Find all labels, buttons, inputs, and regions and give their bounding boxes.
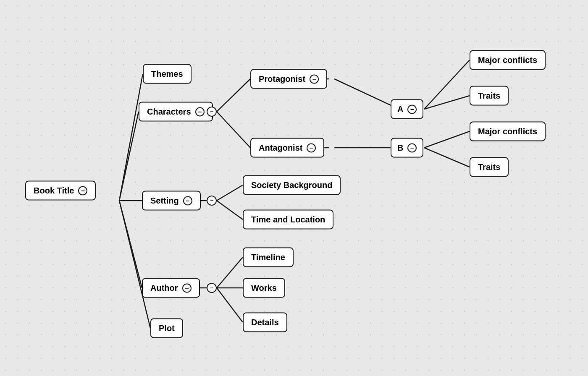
svg-line-7 xyxy=(217,112,250,148)
time-and-location-label: Time and Location xyxy=(251,215,325,225)
details-node[interactable]: Details xyxy=(243,313,287,332)
svg-line-13 xyxy=(424,60,470,109)
works-node[interactable]: Works xyxy=(243,278,285,298)
svg-line-17 xyxy=(424,148,470,167)
timeline-node[interactable]: Timeline xyxy=(243,248,294,267)
traits-2-label: Traits xyxy=(478,162,500,172)
setting-collapse-button[interactable]: − xyxy=(183,196,192,205)
protagonist-node[interactable]: Protagonist − xyxy=(250,69,327,89)
traits-1-node[interactable]: Traits xyxy=(470,86,509,106)
major-conflicts-1-node[interactable]: Major conflicts xyxy=(470,50,546,70)
node-a-label: A xyxy=(397,104,403,114)
society-background-label: Society Background xyxy=(251,180,332,190)
works-label: Works xyxy=(251,283,277,293)
antagonist-node[interactable]: Antagonist − xyxy=(250,138,324,158)
mind-map-canvas: Book Title − Themes Characters − Setting… xyxy=(0,0,588,376)
setting-branch-connector[interactable]: − xyxy=(207,196,217,206)
society-background-node[interactable]: Society Background xyxy=(243,175,341,195)
time-and-location-node[interactable]: Time and Location xyxy=(243,210,333,230)
major-conflicts-2-label: Major conflicts xyxy=(478,127,537,136)
antagonist-label: Antagonist xyxy=(259,143,302,153)
svg-line-3 xyxy=(119,201,142,288)
svg-line-19 xyxy=(217,185,243,201)
themes-label: Themes xyxy=(151,69,183,79)
antagonist-collapse-button[interactable]: − xyxy=(307,143,316,152)
protagonist-collapse-button[interactable]: − xyxy=(310,74,319,84)
svg-line-16 xyxy=(424,131,470,148)
timeline-label: Timeline xyxy=(251,253,285,262)
node-a[interactable]: A − xyxy=(391,99,423,119)
setting-label: Setting xyxy=(150,196,179,206)
svg-line-1 xyxy=(119,112,139,201)
svg-line-9 xyxy=(334,79,399,109)
characters-branch-connector[interactable]: − xyxy=(207,107,217,117)
author-label: Author xyxy=(150,283,178,293)
book-title-collapse-button[interactable]: − xyxy=(78,186,87,195)
characters-collapse-button[interactable]: − xyxy=(195,107,205,116)
node-b-label: B xyxy=(397,143,403,153)
protagonist-label: Protagonist xyxy=(259,74,305,84)
svg-line-20 xyxy=(217,201,243,219)
svg-line-14 xyxy=(424,96,470,109)
plot-label: Plot xyxy=(159,324,175,333)
traits-1-label: Traits xyxy=(478,91,500,101)
author-node[interactable]: Author − xyxy=(142,278,200,298)
svg-line-22 xyxy=(217,257,243,288)
book-title-node[interactable]: Book Title − xyxy=(25,181,96,201)
details-label: Details xyxy=(251,318,279,327)
svg-line-6 xyxy=(217,79,250,112)
characters-label: Characters xyxy=(147,107,191,117)
author-branch-connector[interactable]: − xyxy=(207,283,217,293)
svg-line-0 xyxy=(119,74,143,201)
traits-2-node[interactable]: Traits xyxy=(470,157,509,177)
book-title-label: Book Title xyxy=(34,186,74,196)
major-conflicts-2-node[interactable]: Major conflicts xyxy=(470,122,546,141)
svg-line-24 xyxy=(217,288,243,322)
plot-node[interactable]: Plot xyxy=(150,319,183,338)
node-a-collapse-button[interactable]: − xyxy=(407,104,417,114)
characters-node[interactable]: Characters − xyxy=(139,102,213,122)
author-collapse-button[interactable]: − xyxy=(182,283,192,292)
major-conflicts-1-label: Major conflicts xyxy=(478,55,537,65)
svg-line-4 xyxy=(119,201,150,328)
setting-node[interactable]: Setting − xyxy=(142,191,201,211)
node-b-collapse-button[interactable]: − xyxy=(407,143,417,152)
themes-node[interactable]: Themes xyxy=(143,64,192,84)
node-b[interactable]: B − xyxy=(391,138,423,158)
